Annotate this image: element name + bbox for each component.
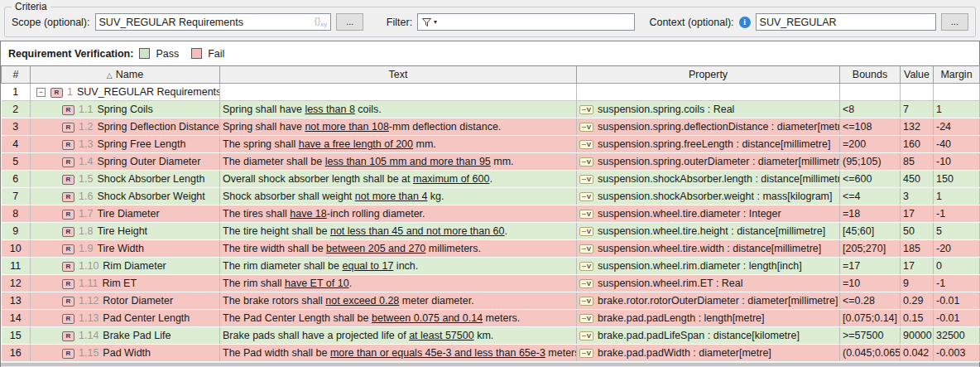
requirement-text-cell[interactable]: Brake pads shall have a projected life o… — [220, 327, 577, 345]
row-number-cell[interactable]: 3 — [2, 118, 31, 136]
margin-cell[interactable]: 1 — [934, 101, 980, 118]
row-number-cell[interactable]: 11 — [2, 258, 31, 275]
value-cell[interactable]: 17 — [901, 258, 934, 275]
collapse-toggle-icon[interactable]: − — [36, 88, 46, 97]
value-cell[interactable]: 90000 — [901, 327, 934, 345]
margin-cell[interactable]: 32500 — [934, 327, 980, 345]
margin-cell[interactable]: -0.01 — [934, 310, 980, 327]
value-cell[interactable]: 160 — [901, 136, 934, 153]
bounds-cell[interactable]: =17 — [840, 258, 901, 275]
requirement-text-cell[interactable]: The tire width shall be between 205 and … — [220, 240, 577, 258]
property-cell[interactable]: Vbrake.rotor.rotorOuterDiameter : diamet… — [577, 292, 840, 310]
row-number-cell[interactable]: 14 — [2, 310, 31, 327]
requirement-name-cell[interactable]: R1.14Brake Pad Life — [31, 327, 220, 345]
value-cell[interactable]: 50 — [901, 223, 934, 240]
requirement-name-cell[interactable]: R1.13Pad Center Length — [31, 310, 220, 327]
requirement-text-cell[interactable] — [220, 84, 577, 101]
requirement-text-cell[interactable]: The tire height shall be not less than 4… — [220, 223, 577, 240]
row-number-cell[interactable]: 15 — [2, 327, 31, 345]
bounds-cell[interactable] — [840, 84, 901, 101]
horizontal-scrollbar-thumb[interactable] — [1, 363, 979, 366]
margin-cell[interactable]: -0.01 — [934, 292, 980, 310]
row-number-cell[interactable]: 10 — [2, 240, 31, 258]
margin-cell[interactable]: -20 — [934, 240, 980, 258]
bounds-cell[interactable]: <=4 — [840, 188, 901, 205]
requirement-text-cell[interactable]: The rim diameter shall be equal to 17 in… — [220, 258, 577, 275]
property-cell[interactable]: Vsuspension.shockAbsorber.weight : mass[… — [577, 188, 840, 205]
column-header-num[interactable]: # — [2, 66, 31, 84]
requirement-name-cell[interactable]: −R1SUV_REGULAR Requirements — [31, 84, 220, 101]
row-number-cell[interactable]: 9 — [2, 223, 31, 240]
property-cell[interactable]: Vsuspension.spring.deflectionDistance : … — [577, 118, 840, 136]
requirement-name-cell[interactable]: R1.11Rim ET — [31, 275, 220, 292]
margin-cell[interactable]: -1 — [934, 275, 980, 292]
column-header-margin[interactable]: Margin — [934, 66, 980, 84]
column-header-name[interactable]: △Name — [31, 66, 220, 84]
horizontal-scrollbar[interactable] — [1, 362, 979, 367]
row-number-cell[interactable]: 5 — [2, 153, 31, 171]
bounds-cell[interactable]: =18 — [840, 205, 901, 223]
bounds-cell[interactable]: =200 — [840, 136, 901, 153]
value-cell[interactable]: 450 — [901, 171, 934, 188]
requirement-name-cell[interactable]: R1.15Pad Width — [31, 345, 220, 362]
bounds-cell[interactable]: [45;60] — [840, 223, 901, 240]
property-cell[interactable]: Vsuspension.spring.outerDiameter : diame… — [577, 153, 840, 171]
value-cell[interactable]: 0.29 — [901, 292, 934, 310]
bounds-cell[interactable]: <=0.28 — [840, 292, 901, 310]
bounds-cell[interactable]: (95;105) — [840, 153, 901, 171]
property-cell[interactable]: Vsuspension.spring.coils : Real — [577, 101, 840, 118]
context-browse-button[interactable]: ... — [941, 13, 968, 31]
margin-cell[interactable]: 1 — [934, 188, 980, 205]
requirement-name-cell[interactable]: R1.10Rim Diameter — [31, 258, 220, 275]
filter-dropdown[interactable]: ▾ — [421, 17, 437, 27]
filter-input[interactable]: ▾ — [417, 13, 635, 31]
bounds-cell[interactable]: [0.075;0.14] — [840, 310, 901, 327]
requirement-text-cell[interactable]: Shock absorber shall weight not more tha… — [220, 188, 577, 205]
value-cell[interactable]: 0.042 — [901, 345, 934, 362]
requirement-text-cell[interactable]: Spring shall have not more than 108-mm d… — [220, 118, 577, 136]
value-cell[interactable]: 9 — [901, 275, 934, 292]
column-header-text[interactable]: Text — [220, 66, 577, 84]
property-cell[interactable]: Vsuspension.wheel.tire.width : distance[… — [577, 240, 840, 258]
property-cell[interactable]: Vsuspension.wheel.rim.ET : Real — [577, 275, 840, 292]
row-number-cell[interactable]: 4 — [2, 136, 31, 153]
property-cell[interactable] — [577, 84, 840, 101]
property-cell[interactable]: Vbrake.pad.padWidth : diameter[metre] — [577, 345, 840, 362]
bounds-cell[interactable]: [205;270] — [840, 240, 901, 258]
value-cell[interactable]: 0.15 — [901, 310, 934, 327]
value-cell[interactable]: 3 — [901, 188, 934, 205]
requirement-text-cell[interactable]: The diameter shall be less than 105 mm a… — [220, 153, 577, 171]
column-header-value[interactable]: Value — [901, 66, 934, 84]
bounds-cell[interactable]: (0.045;0.065) — [840, 345, 901, 362]
margin-cell[interactable]: -0.003 — [934, 345, 980, 362]
value-cell[interactable]: 17 — [901, 205, 934, 223]
row-number-cell[interactable]: 6 — [2, 171, 31, 188]
property-cell[interactable]: Vsuspension.shockAbsorber.length : dista… — [577, 171, 840, 188]
row-number-cell[interactable]: 13 — [2, 292, 31, 310]
property-cell[interactable]: Vbrake.pad.padLifeSpan : distance[kilome… — [577, 327, 840, 345]
value-cell[interactable] — [901, 84, 934, 101]
property-cell[interactable]: Vsuspension.wheel.tire.diameter : Intege… — [577, 205, 840, 223]
value-cell[interactable]: 85 — [901, 153, 934, 171]
row-number-cell[interactable]: 1 — [2, 84, 31, 101]
bounds-cell[interactable]: <=108 — [840, 118, 901, 136]
column-header-property[interactable]: Property — [577, 66, 840, 84]
margin-cell[interactable]: 5 — [934, 223, 980, 240]
scope-input[interactable]: SUV_REGULAR Requirements {}xy — [95, 13, 332, 31]
scope-browse-button[interactable]: ... — [336, 13, 363, 31]
requirement-name-cell[interactable]: R1.12Rotor Diameter — [31, 292, 220, 310]
requirement-text-cell[interactable]: Spring shall have less than 8 coils. — [220, 101, 577, 118]
requirement-text-cell[interactable]: The Pad width shall be more than or equa… — [220, 345, 577, 362]
requirement-name-cell[interactable]: R1.2Spring Deflection Distance — [31, 118, 220, 136]
column-header-bounds[interactable]: Bounds — [840, 66, 901, 84]
row-number-cell[interactable]: 8 — [2, 205, 31, 223]
margin-cell[interactable]: 150 — [934, 171, 980, 188]
row-number-cell[interactable]: 2 — [2, 101, 31, 118]
bounds-cell[interactable]: =10 — [840, 275, 901, 292]
row-number-cell[interactable]: 12 — [2, 275, 31, 292]
requirement-text-cell[interactable]: The rim shall have ET of 10. — [220, 275, 577, 292]
bounds-cell[interactable]: >=57500 — [840, 327, 901, 345]
requirement-name-cell[interactable]: R1.9Tire Width — [31, 240, 220, 258]
row-number-cell[interactable]: 7 — [2, 188, 31, 205]
requirement-name-cell[interactable]: R1.3Spring Free Length — [31, 136, 220, 153]
